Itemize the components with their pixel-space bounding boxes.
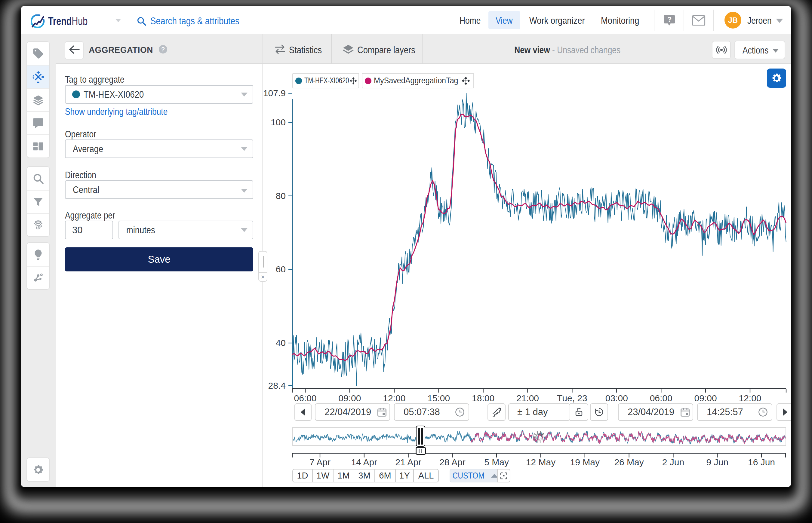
svg-text:03:00: 03:00 [605,393,628,403]
svg-text:100: 100 [271,117,286,127]
svg-text:2 Jun: 2 Jun [662,457,684,467]
svg-text:28 Apr: 28 Apr [439,457,465,467]
svg-text:9 Jun: 9 Jun [706,457,728,467]
svg-text:15:00: 15:00 [427,393,450,403]
svg-text:60: 60 [276,264,286,274]
svg-text:Tue, 23: Tue, 23 [557,393,587,403]
svg-text:26 May: 26 May [614,457,643,467]
svg-text:18:00: 18:00 [472,393,494,403]
svg-text:09:00: 09:00 [694,393,717,403]
svg-text:5 May: 5 May [484,457,509,467]
svg-text:12:00: 12:00 [383,393,405,403]
svg-text:80: 80 [276,191,286,201]
svg-text:21 Apr: 21 Apr [395,457,421,467]
svg-text:06:00: 06:00 [294,393,316,403]
svg-text:40: 40 [276,338,286,348]
svg-text:28.4: 28.4 [268,380,286,391]
svg-text:14 Apr: 14 Apr [351,457,377,467]
svg-text:12:00: 12:00 [739,393,761,403]
svg-text:12 May: 12 May [526,457,555,467]
svg-text:107.9: 107.9 [263,88,286,98]
svg-text:09:00: 09:00 [338,393,361,403]
svg-text:21:00: 21:00 [516,393,539,403]
svg-text:7 Apr: 7 Apr [310,457,331,467]
svg-text:06:00: 06:00 [650,393,672,403]
svg-text:16 Jun: 16 Jun [748,457,775,467]
svg-text:19 May: 19 May [570,457,600,467]
